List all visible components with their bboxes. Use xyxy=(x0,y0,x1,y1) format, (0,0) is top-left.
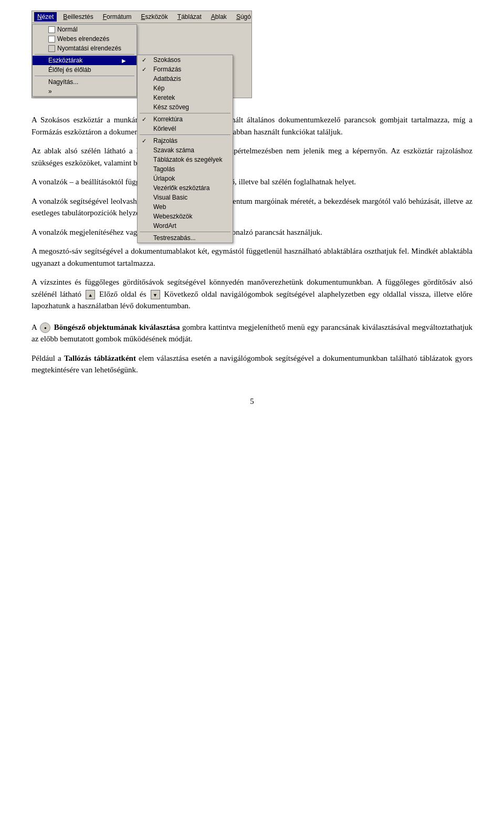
menu-item-eszkoztarak[interactable]: Eszköztárak ▶ xyxy=(33,56,136,65)
submenu-adatbazis[interactable]: Adatbázis xyxy=(138,74,233,84)
check-formatas: ✓ xyxy=(142,66,146,73)
submenu-formatas[interactable]: ✓ Formázás xyxy=(138,65,233,74)
menu-bar-eszkozok[interactable]: Eszközök xyxy=(138,12,171,22)
submenu-keretek[interactable]: Keretek xyxy=(138,93,233,102)
menu-bar-ablak[interactable]: Ablak xyxy=(208,12,230,22)
screenshot-area: Nézet Beillesztés Formátum Eszközök Tábl… xyxy=(32,11,252,98)
menu-bar-sugo[interactable]: Súgó xyxy=(233,12,254,22)
submenu-rajzolas[interactable]: ✓ Rajzolás xyxy=(138,136,233,145)
submenu-tagolas[interactable]: Tagolás xyxy=(138,164,233,174)
bold-text-tallozas: Tallózás táblázatként xyxy=(64,354,136,362)
next-page-icon: ▼ xyxy=(151,290,160,299)
submenu-szavak[interactable]: Szavak száma xyxy=(138,145,233,155)
paragraph-2: Az ablak alsó szélén látható a Rajzolás … xyxy=(32,145,472,169)
menu-item-nagyitas[interactable]: Nagyítás... xyxy=(33,77,136,87)
eszkoztarak-label: Eszköztárak xyxy=(48,57,82,64)
checkbox-icon-nyomtatasi xyxy=(48,45,55,52)
submenu-szokesos[interactable]: ✓ Szokásos xyxy=(138,55,233,65)
submenu-sep-3 xyxy=(140,232,230,232)
browse-object-icon: ● xyxy=(40,322,50,333)
checkbox-icon-normal xyxy=(48,26,55,33)
bold-text-browser: Böngésző objektumának kiválasztása xyxy=(54,323,180,331)
paragraph-3: A vonalzók – a beállításoktól függően – … xyxy=(32,176,472,188)
submenu-keszszoveg[interactable]: Kész szöveg xyxy=(138,102,233,112)
nezet-dropdown: Normál Webes elrendezés Nyomtatási elren… xyxy=(32,24,137,97)
separator-2 xyxy=(35,76,134,76)
submenu-sep-2 xyxy=(140,134,230,135)
page-content: Nézet Beillesztés Formátum Eszközök Tábl… xyxy=(0,0,504,437)
checkbox-icon-webes xyxy=(48,36,55,43)
paragraph-1: A Szokásos eszköztár a munkánk során leg… xyxy=(32,114,472,138)
paragraph-5: A vonalzók megjelenítéséhez vagy elrejté… xyxy=(32,226,472,238)
paragraph-4: A vonalzók segítségével leolvashatjuk és… xyxy=(32,195,472,219)
menu-item-normal[interactable]: Normál xyxy=(33,25,136,34)
menu-item-webes[interactable]: Webes elrendezés xyxy=(33,34,136,44)
submenu-sep-1 xyxy=(140,113,230,113)
submenu-tablazatok[interactable]: Táblázatok és szegélyek xyxy=(138,155,233,164)
check-rajzolas: ✓ xyxy=(142,138,146,144)
separator-1 xyxy=(35,54,134,55)
submenu-vbasic[interactable]: Visual Basic xyxy=(138,193,233,202)
paragraph-9: Például a Tallózás táblázatként elem vál… xyxy=(32,352,472,376)
paragraph-6: A megosztó-sáv segítségével a dokumentum… xyxy=(32,245,472,269)
submenu-wordart[interactable]: WordArt xyxy=(138,221,233,231)
paragraph-7: A vízszintes és függőleges gördítősávok … xyxy=(32,276,472,312)
menu-bar-formatum[interactable]: Formátum xyxy=(100,12,135,22)
submenu-korletel[interactable]: Körlevél xyxy=(138,124,233,133)
menu-bar-beillesztes[interactable]: Beillesztés xyxy=(60,12,96,22)
check-szokesos: ✓ xyxy=(142,57,146,64)
submenu-kep[interactable]: Kép xyxy=(138,84,233,93)
submenu-vezerlo[interactable]: Vezérlők eszköztára xyxy=(138,183,233,193)
menu-bar: Nézet Beillesztés Formátum Eszközök Tábl… xyxy=(32,11,251,23)
submenu-webeszkozok[interactable]: Webeszközök xyxy=(138,212,233,221)
submenu-web[interactable]: Web xyxy=(138,202,233,212)
menu-bar-nezet[interactable]: Nézet xyxy=(34,12,57,22)
menu-bar-tablazat[interactable]: Táblázat xyxy=(174,12,205,22)
submenu-korrektura[interactable]: ✓ Korrektúra xyxy=(138,114,233,124)
eszkoztarak-arrow: ▶ xyxy=(122,58,126,64)
menu-item-elofej[interactable]: Élőfej és élőláb xyxy=(33,65,136,75)
menu-item-more[interactable]: » xyxy=(33,87,136,96)
submenu-testreszabas[interactable]: Testreszabás... xyxy=(138,233,233,243)
eszkoztarak-submenu: ✓ Szokásos ✓ Formázás Adatbázis Kép xyxy=(137,55,233,243)
paragraph-8: A ● Böngésző objektumának kiválasztása g… xyxy=(32,321,472,345)
check-korrektura: ✓ xyxy=(142,116,146,123)
prev-page-icon: ▲ xyxy=(86,290,95,299)
page-number: 5 xyxy=(32,397,472,406)
submenu-urlapok[interactable]: Úrlapok xyxy=(138,174,233,183)
text-content: A Szokásos eszköztár a munkánk során leg… xyxy=(32,114,472,376)
dropdown-area: Normál Webes elrendezés Nyomtatási elren… xyxy=(32,23,251,98)
menu-item-nyomtatasi[interactable]: Nyomtatási elrendezés xyxy=(33,44,136,53)
